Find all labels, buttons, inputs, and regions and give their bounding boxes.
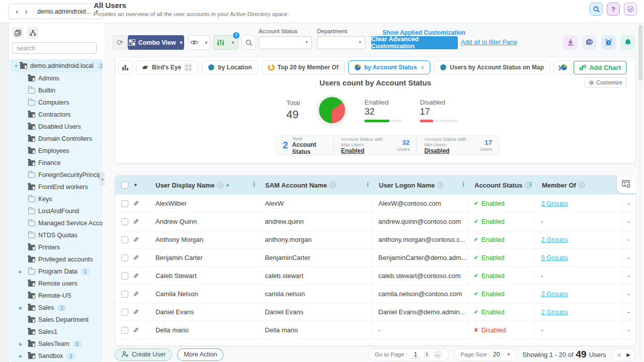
reminder-button[interactable] — [601, 35, 616, 50]
edit-pencil-icon[interactable]: ✎ — [133, 272, 139, 280]
select-all-checkbox[interactable] — [121, 182, 128, 189]
tabs-scroll-next-icon[interactable]: › — [558, 61, 561, 74]
department-filter-select[interactable] — [317, 36, 365, 49]
sidebar-item-finance[interactable]: Finance — [10, 157, 103, 169]
more-action-button[interactable]: More Action — [177, 348, 223, 361]
forward-arrow-icon[interactable]: › — [22, 8, 31, 16]
sidebar-item-sales1[interactable]: Sales1 — [10, 326, 103, 338]
edit-pencil-icon[interactable]: ✎ — [133, 290, 139, 298]
row-checkbox[interactable] — [121, 291, 128, 298]
sidebar-item-remote-us[interactable]: Remote-US — [10, 290, 103, 302]
table-row-caleb-stewart[interactable]: ✎Caleb Stewartcaleb.stewartcaleb.stewart… — [115, 267, 635, 285]
edit-pencil-icon[interactable]: ✎ — [133, 200, 139, 208]
add-chart-button[interactable]: Add Chart — [574, 61, 626, 74]
expand-icon[interactable] — [184, 63, 192, 71]
table-row-della-mario[interactable]: ✎Della marioDella mario-Disabled-- — [115, 321, 635, 339]
chart-tab-by-location[interactable]: by Location — [202, 60, 258, 74]
back-arrow-icon[interactable]: ‹ — [13, 8, 22, 16]
sidebar-item-keys[interactable]: Keys — [10, 193, 103, 205]
select-menu-caret-icon[interactable]: ▼ — [133, 183, 138, 188]
expand-arrow-icon[interactable]: ▶ — [19, 354, 25, 358]
col-user-display-name[interactable]: User Display Name — [149, 175, 259, 195]
chart-tab-more[interactable] — [553, 60, 575, 74]
chart-tab-bird-s-eye[interactable]: Bird's Eye — [136, 60, 198, 74]
row-checkbox[interactable] — [121, 200, 128, 207]
scrollbar-thumb[interactable] — [638, 25, 642, 80]
row-checkbox[interactable] — [121, 236, 128, 243]
refresh-button[interactable]: ⟳ — [113, 35, 127, 50]
column-settings-button[interactable] — [617, 175, 636, 193]
summary-max-name[interactable]: Enabled — [341, 147, 391, 154]
org-tree-button[interactable] — [27, 27, 38, 38]
expand-arrow-icon[interactable]: ▶ — [19, 342, 25, 346]
edit-pencil-icon[interactable]: ✎ — [133, 218, 139, 226]
view-visibility-button[interactable]: ▼ — [188, 35, 210, 50]
help-button[interactable]: ? — [607, 3, 620, 16]
sidebar-item-contractors[interactable]: Contractors — [10, 109, 103, 121]
table-search-button[interactable] — [242, 35, 256, 50]
global-search-button[interactable] — [590, 3, 603, 16]
clear-advanced-customization-button[interactable]: Clear Advanced Customization — [371, 36, 458, 49]
combo-view-button[interactable]: Combo View ▼ — [128, 35, 184, 50]
chart-list-button[interactable] — [118, 60, 132, 74]
sidebar-item-lostandfound[interactable]: LostAndFound — [10, 205, 103, 217]
edit-pencil-icon[interactable]: ✎ — [133, 326, 139, 334]
multi-select-button[interactable] — [12, 27, 23, 38]
member-groups-link[interactable]: 5 Groups — [541, 254, 568, 261]
sidebar-item-builtin[interactable]: Builtin — [10, 84, 103, 97]
show-applied-customization-link[interactable]: Show Applied Customization — [382, 29, 465, 36]
page-stepper[interactable]: ▲▼ — [424, 351, 430, 358]
summary-min-name[interactable]: Disabled — [424, 147, 473, 154]
create-user-button[interactable]: Create User — [115, 348, 172, 361]
table-row-camila-nelson[interactable]: ✎Camila Nelsoncamila.nelsoncamila.nelson… — [115, 285, 635, 303]
sidebar-search[interactable] — [12, 42, 97, 54]
chart-tab-top-20-by-member-of[interactable]: Top 20 by Member Of — [262, 60, 345, 74]
sidebar-item-printers[interactable]: Printers — [10, 241, 103, 253]
sidebar-item-domain-controllers[interactable]: Domain Controllers — [10, 133, 103, 145]
sidebar-item-employees[interactable]: Employees — [10, 145, 103, 157]
table-row-andrew-quinn[interactable]: ✎Andrew Quinnandrew.quinnandrew.quinn@co… — [115, 213, 635, 231]
member-groups-link[interactable]: 2 Groups — [541, 236, 568, 243]
member-groups-link[interactable]: 2 Groups — [541, 290, 568, 298]
col-user-logon-name[interactable]: User Logon Name — [373, 175, 468, 195]
sidebar-item-computers[interactable]: Computers — [10, 97, 103, 109]
sort-asc-icon[interactable] — [226, 183, 229, 188]
domain-selector[interactable]: demo.admindroid... — [37, 8, 91, 15]
sidebar-item-admins[interactable]: Admins — [10, 72, 103, 84]
row-checkbox[interactable] — [121, 254, 128, 261]
table-row-benjamin-carter[interactable]: ✎Benjamin CarterBenjaminCarterBenjaminCa… — [115, 249, 635, 267]
row-checkbox[interactable] — [121, 327, 128, 334]
edit-pencil-icon[interactable]: ✎ — [133, 308, 139, 316]
col-account-status[interactable]: Account Status — [468, 175, 536, 195]
goto-page-go-icon[interactable]: ← — [433, 350, 442, 359]
account-status-filter-select[interactable] — [259, 36, 312, 49]
sidebar-item-foreignsecurityprincipals[interactable]: ForeignSecurityPrincipals — [10, 169, 103, 181]
row-checkbox[interactable] — [121, 218, 128, 225]
next-page-icon[interactable]: ▶ — [626, 352, 630, 357]
sidebar-item-disabled-users[interactable]: Disabled Users — [10, 121, 103, 133]
sidebar-collapse-handle[interactable]: ◂ — [100, 172, 105, 186]
add-all-to-filter-pane-link[interactable]: Add all to filter Pane — [461, 39, 517, 46]
row-checkbox[interactable] — [121, 309, 128, 316]
sidebar-item-salesteam[interactable]: ▶SalesTeam1 — [10, 338, 103, 350]
chart-tab-by-account-status[interactable]: by Account Status× — [348, 60, 430, 74]
edit-pencil-icon[interactable]: ✎ — [133, 254, 139, 262]
sidebar-item-program-data[interactable]: ▶Program Data1 — [10, 265, 103, 278]
col-sam-account-name[interactable]: SAM Account Name — [259, 175, 373, 195]
chart-tab-users-by-account-status-on-map[interactable]: Users by Account Status on Map — [434, 60, 550, 74]
expand-arrow-icon[interactable]: ▶ — [19, 269, 25, 274]
goto-page-input[interactable]: 1 — [411, 351, 421, 358]
page-size-control[interactable]: Page Size : 20 ▼ — [454, 348, 517, 361]
edit-pencil-icon[interactable]: ✎ — [133, 236, 139, 244]
feedback-button[interactable] — [582, 35, 597, 50]
tree-root-domain[interactable]: ▼ demo.admindroid.local 29 — [10, 59, 103, 72]
expand-arrow-icon[interactable]: ▶ — [19, 306, 25, 310]
sidebar-search-input[interactable] — [17, 45, 98, 52]
close-tab-icon[interactable]: × — [421, 64, 424, 70]
collapse-arrow-icon[interactable]: ▼ — [14, 64, 20, 68]
sidebar-item-sales-department[interactable]: Sales Department — [10, 314, 103, 326]
sidebar-item-managed-service-accoun[interactable]: Managed Service Accoun... — [10, 217, 103, 229]
sidebar-item-remote-users[interactable]: Remote users — [10, 278, 103, 290]
download-button[interactable] — [563, 35, 578, 50]
sidebar-item-frontend-workers[interactable]: FrontEnd workers — [10, 181, 103, 193]
